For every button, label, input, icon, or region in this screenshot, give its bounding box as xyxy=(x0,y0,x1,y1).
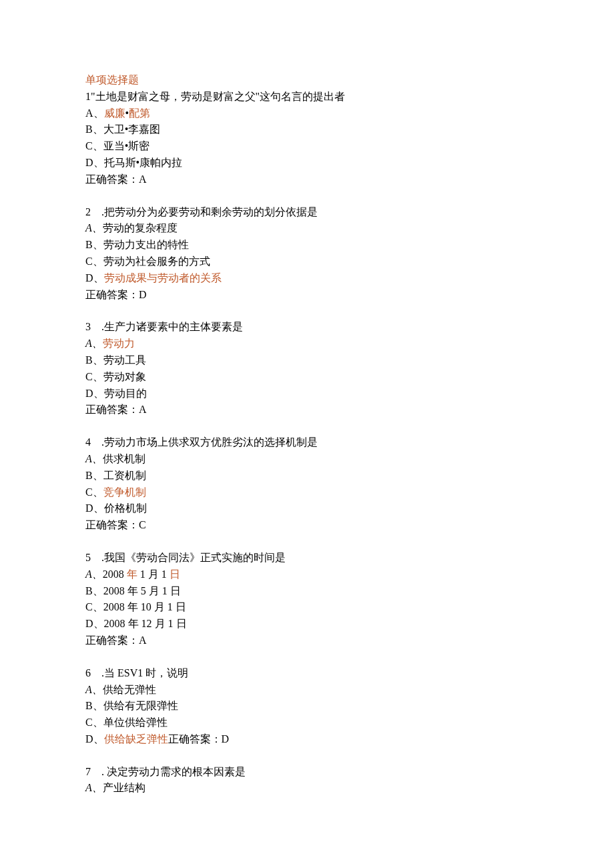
option-text: 劳动的复杂程度 xyxy=(103,222,178,234)
option-hi: 竞争机制 xyxy=(103,486,146,498)
option-label: D、 xyxy=(85,733,104,745)
option-hi: 年 xyxy=(127,568,137,580)
option-label: B、 xyxy=(85,470,103,481)
document-page: 单项选择题 1"土地是财富之母，劳动是财富之父"这句名言的提出者 A、威廉•配第… xyxy=(0,0,614,868)
question-stem: 7 . 决定劳动力需求的根本因素是 xyxy=(85,764,614,781)
question-number: 7 . xyxy=(85,766,107,777)
question-number: 1" xyxy=(85,91,95,102)
option-text: 大卫•李嘉图 xyxy=(103,123,161,135)
option-hi: 供给缺乏弹性 xyxy=(104,733,168,745)
option: B、劳动工具 xyxy=(85,352,614,369)
option-label: D、 xyxy=(85,157,104,168)
option: D、劳动成果与劳动者的关系 xyxy=(85,270,614,287)
section-title: 单项选择题 xyxy=(85,72,614,89)
option: B、供给有无限弹性 xyxy=(85,698,614,715)
option: D、供给缺乏弹性正确答案：D xyxy=(85,731,614,748)
question-text: 生产力诸要素中的主体要素是 xyxy=(104,321,243,332)
question-block: 3 .生产力诸要素中的主体要素是 A、劳动力 B、劳动工具 C、劳动对象 D、劳… xyxy=(85,319,614,418)
question-block: 7 . 决定劳动力需求的根本因素是 A、产业结构 xyxy=(85,764,614,797)
option: D、劳动目的 xyxy=(85,386,614,402)
option-text: 劳动目的 xyxy=(104,388,147,399)
question-number: 4 . xyxy=(85,436,104,448)
option-hi: 劳动成果与劳动者的关系 xyxy=(104,272,222,284)
option-text: 供求机制 xyxy=(103,453,145,464)
option-label: B、 xyxy=(85,239,103,250)
question-stem: 5 .我国《劳动合同法》正式实施的时间是 xyxy=(85,550,614,566)
option-label: A、 xyxy=(85,107,104,119)
question-stem: 6 .当 ESV1 时，说明 xyxy=(85,665,614,682)
option-label: C、 xyxy=(85,256,103,267)
option-label: C、 xyxy=(85,371,103,382)
option: C、竞争机制 xyxy=(85,484,614,501)
option: D、托马斯•康帕内拉 xyxy=(85,155,614,171)
option-label: D、 xyxy=(85,272,104,284)
section-title-text: 单项选择题 xyxy=(85,74,139,85)
option-label: B、 xyxy=(85,123,103,135)
question-number: 6 . xyxy=(85,667,104,679)
option: B、大卫•李嘉图 xyxy=(85,121,614,138)
question-number: 2 . xyxy=(85,206,104,218)
question-block: 6 .当 ESV1 时，说明 A、供给无弹性 B、供给有无限弹性 C、单位供给弹… xyxy=(85,665,614,748)
option-label: A、 xyxy=(85,453,103,464)
option: C、单位供给弹性 xyxy=(85,715,614,731)
option: A、威廉•配第 xyxy=(85,105,614,122)
option-label: B、 xyxy=(85,585,103,596)
option: A、供给无弹性 xyxy=(85,682,614,699)
question-text: 土地是财富之母，劳动是财富之父"这句名言的提出者 xyxy=(95,91,346,102)
option-text: 2008 年 12 月 1 日 xyxy=(104,618,187,629)
option-hi2: 日 xyxy=(170,568,180,580)
answer: 正确答案：A xyxy=(85,632,614,649)
option: B、工资机制 xyxy=(85,468,614,484)
question-block: 1"土地是财富之母，劳动是财富之父"这句名言的提出者 A、威廉•配第 B、大卫•… xyxy=(85,89,614,188)
option-label: C、 xyxy=(85,140,103,151)
option-label: A、 xyxy=(85,338,103,349)
option: A、劳动力 xyxy=(85,336,614,352)
question-stem: 1"土地是财富之母，劳动是财富之父"这句名言的提出者 xyxy=(85,89,614,105)
option: A、产业结构 xyxy=(85,780,614,797)
option-text: 亚当•斯密 xyxy=(103,140,150,151)
option-text: 劳动对象 xyxy=(103,371,146,382)
option-label: A、 xyxy=(85,222,103,234)
question-number: 5 . xyxy=(85,552,104,563)
question-text: 我国《劳动合同法》正式实施的时间是 xyxy=(104,552,286,563)
option: C、2008 年 10 月 1 日 xyxy=(85,599,614,616)
option: A、2008 年 1 月 1 日 xyxy=(85,566,614,583)
question-block: 2 .把劳动分为必要劳动和剩余劳动的划分依据是 A、劳动的复杂程度 B、劳动力支… xyxy=(85,204,614,304)
option: C、劳动为社会服务的方式 xyxy=(85,254,614,270)
option-text: 2008 年 10 月 1 日 xyxy=(103,601,186,612)
option-pre: 2008 xyxy=(103,568,127,580)
question-block: 5 .我国《劳动合同法》正式实施的时间是 A、2008 年 1 月 1 日 B、… xyxy=(85,550,614,649)
option: A、劳动的复杂程度 xyxy=(85,220,614,237)
option: A、供求机制 xyxy=(85,451,614,468)
option-text: 工资机制 xyxy=(103,470,146,481)
option-text: 供给有无限弹性 xyxy=(103,700,178,711)
option: D、2008 年 12 月 1 日 xyxy=(85,616,614,632)
option-text: 供给无弹性 xyxy=(103,684,156,695)
answer: 正确答案：C xyxy=(85,517,614,534)
question-text: 当 ESV1 时，说明 xyxy=(104,667,188,679)
option-text: 托马斯•康帕内拉 xyxy=(104,157,183,168)
option-text: 劳动工具 xyxy=(103,354,146,366)
answer: 正确答案：D xyxy=(85,287,614,304)
option: B、2008 年 5 月 1 日 xyxy=(85,583,614,600)
option: C、劳动对象 xyxy=(85,369,614,386)
question-number: 3 . xyxy=(85,321,104,332)
option: C、亚当•斯密 xyxy=(85,138,614,155)
option-label: D、 xyxy=(85,388,104,399)
option-text: 产业结构 xyxy=(103,782,145,793)
option-text: 单位供给弹性 xyxy=(103,717,168,728)
question-stem: 4 .劳动力市场上供求双方优胜劣汰的选择机制是 xyxy=(85,434,614,451)
option-label: D、 xyxy=(85,502,104,514)
question-text: 把劳动分为必要劳动和剩余劳动的划分依据是 xyxy=(104,206,318,218)
option: D、价格机制 xyxy=(85,500,614,517)
option-label: A、 xyxy=(85,782,103,793)
option-label: D、 xyxy=(85,618,104,629)
option-post: 正确答案：D xyxy=(168,733,230,745)
option-text: 劳动力支出的特性 xyxy=(103,239,189,250)
option-label: A、 xyxy=(85,684,103,695)
option-label: B、 xyxy=(85,700,103,711)
option-text: 劳动为社会服务的方式 xyxy=(103,256,210,267)
question-block: 4 .劳动力市场上供求双方优胜劣汰的选择机制是 A、供求机制 B、工资机制 C、… xyxy=(85,434,614,534)
answer: 正确答案：A xyxy=(85,402,614,418)
option-hi2: 配第 xyxy=(129,107,150,119)
